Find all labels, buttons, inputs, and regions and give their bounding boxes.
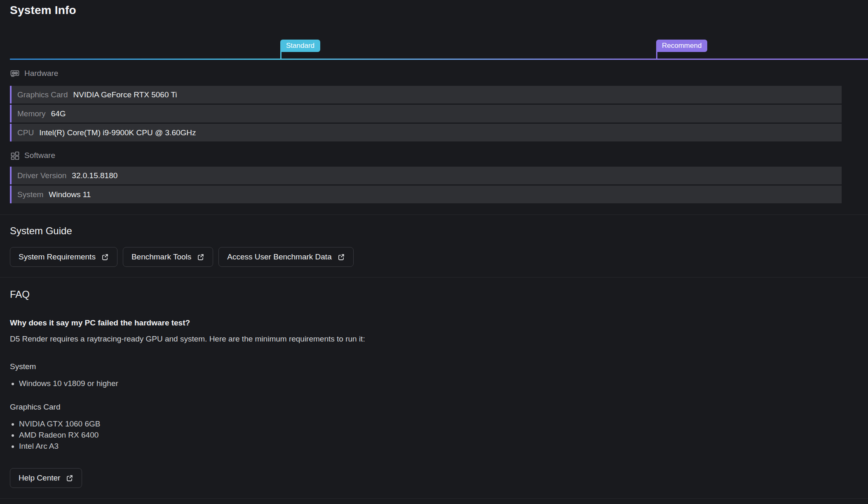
recommend-connector-line — [656, 52, 657, 59]
row-label: Graphics Card — [17, 90, 68, 99]
row-cpu: CPU Intel(R) Core(TM) i9-9900K CPU @ 3.6… — [10, 124, 842, 141]
help-center-wrap: Help Center — [10, 468, 868, 488]
standard-marker: Standard — [280, 40, 320, 52]
access-user-benchmark-data-label: Access User Benchmark Data — [227, 252, 331, 261]
row-driver-version: Driver Version 32.0.15.8180 — [10, 167, 842, 184]
row-value: Intel(R) Core(TM) i9-9900K CPU @ 3.60GHz — [39, 128, 196, 137]
app-grid-icon — [10, 151, 20, 160]
standard-badge: Standard — [280, 40, 320, 52]
access-user-benchmark-data-button[interactable]: Access User Benchmark Data — [218, 247, 353, 267]
system-info-page: System Info Standard Recommend Hardware — [0, 4, 868, 504]
bottom-divider — [0, 498, 868, 499]
system-guide-buttons: System Requirements Benchmark Tools Acce… — [10, 247, 868, 267]
faq-question: Why does it say my PC failed the hardwar… — [10, 318, 868, 327]
benchmark-tools-button[interactable]: Benchmark Tools — [123, 247, 213, 267]
help-center-label: Help Center — [19, 473, 60, 483]
hardware-section-header: Hardware — [10, 68, 868, 78]
external-link-icon — [197, 253, 204, 261]
row-label: Driver Version — [17, 171, 66, 180]
hardware-section-label: Hardware — [24, 69, 58, 78]
recommend-badge: Recommend — [656, 40, 707, 52]
external-link-icon — [66, 474, 73, 482]
faq-system-list: Windows 10 v1809 or higher — [10, 378, 868, 389]
standard-connector-line — [280, 52, 282, 59]
software-section-header: Software — [10, 151, 868, 160]
list-item: AMD Radeon RX 6400 — [19, 429, 868, 440]
row-label: Memory — [17, 109, 46, 118]
faq-graphics-card-list: NVIDIA GTX 1060 6GB AMD Radeon RX 6400 I… — [10, 418, 868, 452]
list-item: Windows 10 v1809 or higher — [19, 378, 868, 389]
row-label: System — [17, 190, 43, 199]
list-item: NVIDIA GTX 1060 6GB — [19, 418, 868, 429]
row-value: 64G — [51, 109, 66, 118]
help-center-button[interactable]: Help Center — [10, 468, 82, 488]
page-title: System Info — [10, 4, 868, 16]
faq-answer: D5 Render requires a raytracing-ready GP… — [10, 334, 868, 344]
hardware-rows: Graphics Card NVIDIA GeForce RTX 5060 Ti… — [10, 86, 842, 141]
benchmark-tools-label: Benchmark Tools — [131, 252, 191, 261]
recommend-marker: Recommend — [656, 40, 707, 52]
faq-system-heading: System — [10, 362, 868, 371]
row-value: NVIDIA GeForce RTX 5060 Ti — [73, 90, 177, 99]
spec-gradient-line — [10, 59, 868, 60]
row-system: System Windows 11 — [10, 186, 842, 203]
faq-title: FAQ — [10, 289, 868, 300]
row-value: Windows 11 — [49, 190, 91, 199]
row-graphics-card: Graphics Card NVIDIA GeForce RTX 5060 Ti — [10, 86, 842, 104]
row-memory: Memory 64G — [10, 105, 842, 122]
faq-graphics-card-heading: Graphics Card — [10, 403, 868, 412]
software-rows: Driver Version 32.0.15.8180 System Windo… — [10, 167, 842, 203]
system-requirements-label: System Requirements — [19, 252, 96, 261]
external-link-icon — [101, 253, 109, 261]
section-divider — [0, 277, 868, 278]
system-requirements-button[interactable]: System Requirements — [10, 247, 117, 267]
external-link-icon — [337, 253, 345, 261]
software-section-label: Software — [24, 151, 55, 160]
gpu-icon — [10, 68, 20, 78]
row-label: CPU — [17, 128, 34, 137]
spec-meter: Standard Recommend — [0, 16, 868, 66]
row-value: 32.0.15.8180 — [72, 171, 117, 180]
system-guide-title: System Guide — [10, 225, 868, 237]
section-divider — [0, 214, 868, 215]
list-item: Intel Arc A3 — [19, 440, 868, 452]
